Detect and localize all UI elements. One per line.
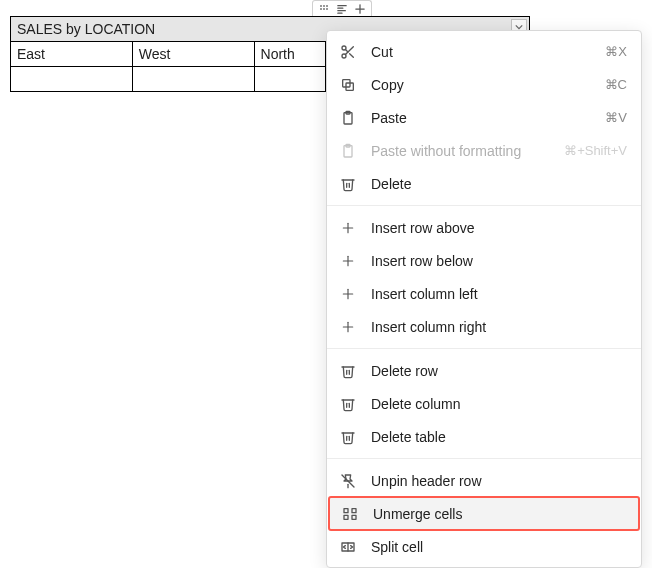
menu-item-label: Unpin header row xyxy=(371,473,627,489)
copy-icon xyxy=(339,76,357,94)
trash-icon xyxy=(339,395,357,413)
table-header-title: SALES by LOCATION xyxy=(17,21,155,37)
table-cell[interactable]: North xyxy=(254,42,326,67)
trash-icon xyxy=(339,362,357,380)
scissors-icon xyxy=(339,43,357,61)
menu-item-label: Split cell xyxy=(371,539,627,555)
trash-icon xyxy=(339,175,357,193)
grip-icon[interactable] xyxy=(318,3,330,15)
table-cell[interactable] xyxy=(132,67,254,92)
menu-item-delete-row[interactable]: Delete row xyxy=(327,354,641,387)
svg-rect-41 xyxy=(352,508,356,512)
menu-item-split-cell[interactable]: Split cell xyxy=(327,530,641,563)
menu-item-label: Insert column left xyxy=(371,286,627,302)
plus-icon xyxy=(339,318,357,336)
menu-item-insert-col-right[interactable]: Insert column right xyxy=(327,310,641,343)
table-cell[interactable] xyxy=(254,67,326,92)
clipboard-icon xyxy=(339,109,357,127)
menu-item-insert-row-below[interactable]: Insert row below xyxy=(327,244,641,277)
menu-item-label: Paste without formatting xyxy=(371,143,550,159)
menu-item-label: Delete table xyxy=(371,429,627,445)
menu-item-delete[interactable]: Delete xyxy=(327,167,641,200)
unmerge-icon xyxy=(341,505,359,523)
menu-item-label: Copy xyxy=(371,77,591,93)
split-icon xyxy=(339,538,357,556)
table-cell[interactable] xyxy=(11,67,133,92)
table-cell[interactable]: West xyxy=(132,42,254,67)
context-menu: Cut⌘XCopy⌘CPaste⌘VPaste without formatti… xyxy=(326,30,642,568)
menu-item-delete-table[interactable]: Delete table xyxy=(327,420,641,453)
menu-item-cut[interactable]: Cut⌘X xyxy=(327,35,641,68)
menu-item-delete-column[interactable]: Delete column xyxy=(327,387,641,420)
svg-point-1 xyxy=(323,5,325,7)
svg-point-0 xyxy=(320,5,322,7)
menu-separator xyxy=(327,458,641,459)
svg-rect-40 xyxy=(344,508,348,512)
menu-item-label: Insert row below xyxy=(371,253,627,269)
plus-icon[interactable] xyxy=(354,3,366,15)
menu-item-label: Delete row xyxy=(371,363,627,379)
menu-item-paste[interactable]: Paste⌘V xyxy=(327,101,641,134)
svg-point-3 xyxy=(320,8,322,10)
svg-rect-42 xyxy=(344,515,348,519)
menu-item-label: Insert row above xyxy=(371,220,627,236)
menu-item-shortcut: ⌘+Shift+V xyxy=(564,143,627,158)
menu-item-label: Delete xyxy=(371,176,627,192)
svg-point-4 xyxy=(323,8,325,10)
menu-item-label: Insert column right xyxy=(371,319,627,335)
align-left-icon[interactable] xyxy=(336,3,348,15)
table-cell[interactable]: East xyxy=(11,42,133,67)
svg-rect-43 xyxy=(352,515,356,519)
menu-item-shortcut: ⌘V xyxy=(605,110,627,125)
svg-line-15 xyxy=(350,53,354,57)
plus-icon xyxy=(339,252,357,270)
cell-text: North xyxy=(261,46,295,62)
menu-item-shortcut: ⌘X xyxy=(605,44,627,59)
menu-item-label: Unmerge cells xyxy=(373,506,625,522)
menu-item-label: Cut xyxy=(371,44,591,60)
svg-point-5 xyxy=(326,8,328,10)
cell-text: East xyxy=(17,46,45,62)
plus-icon xyxy=(339,285,357,303)
cell-text: West xyxy=(139,46,171,62)
unpin-icon xyxy=(339,472,357,490)
menu-item-copy[interactable]: Copy⌘C xyxy=(327,68,641,101)
cell-toolbar[interactable] xyxy=(312,0,372,17)
menu-item-unmerge[interactable]: Unmerge cells xyxy=(329,497,639,530)
menu-item-shortcut: ⌘C xyxy=(605,77,627,92)
menu-separator xyxy=(327,348,641,349)
menu-item-paste-plain[interactable]: Paste without formatting⌘+Shift+V xyxy=(327,134,641,167)
svg-point-2 xyxy=(326,5,328,7)
menu-item-label: Paste xyxy=(371,110,591,126)
trash-icon xyxy=(339,428,357,446)
plus-icon xyxy=(339,219,357,237)
menu-item-label: Delete column xyxy=(371,396,627,412)
menu-separator xyxy=(327,205,641,206)
clipboard-plain-icon xyxy=(339,142,357,160)
svg-line-16 xyxy=(345,49,348,52)
menu-item-insert-row-above[interactable]: Insert row above xyxy=(327,211,641,244)
menu-item-insert-col-left[interactable]: Insert column left xyxy=(327,277,641,310)
menu-item-unpin-header[interactable]: Unpin header row xyxy=(327,464,641,497)
